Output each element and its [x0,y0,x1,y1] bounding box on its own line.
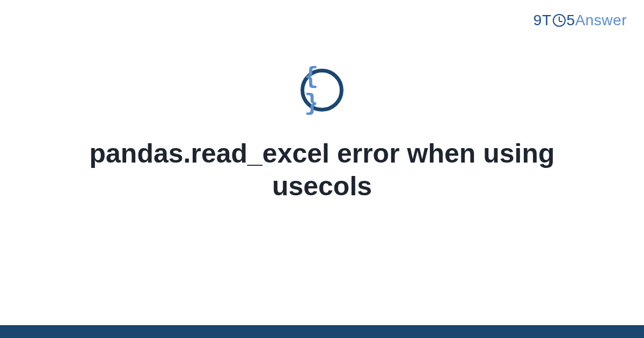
footer-accent-bar [0,325,644,338]
main-content: { } pandas.read_excel error when using u… [0,69,644,203]
brand-part-answer: Answer [575,12,627,28]
page-title: pandas.read_excel error when using useco… [75,137,569,203]
clock-icon [553,14,566,27]
brand-logo: 9T5Answer [533,12,627,29]
brand-part-5: 5 [567,12,575,28]
braces-glyph: { } [304,63,340,117]
brand-part-9t: 9T [533,12,552,28]
code-braces-icon: { } [301,69,343,112]
